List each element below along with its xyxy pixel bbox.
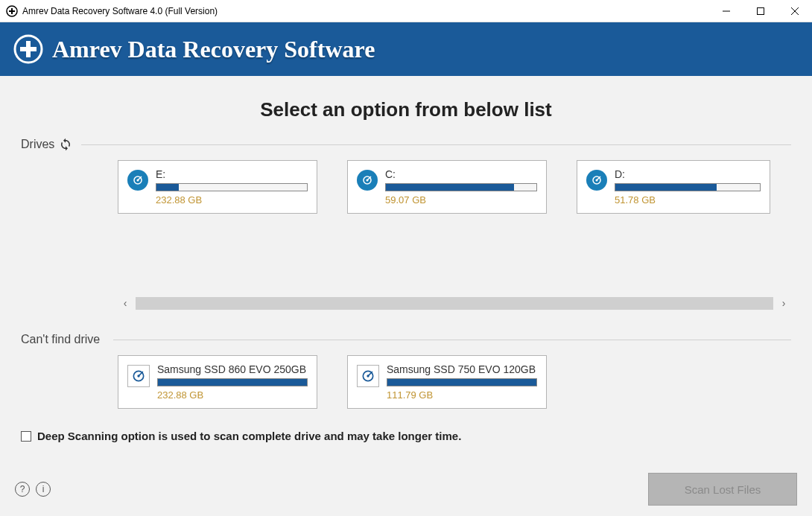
drive-name: E:	[156, 168, 308, 180]
drive-size: 51.78 GB	[615, 194, 761, 206]
drive-icon	[127, 170, 148, 191]
drive-card[interactable]: E: 232.88 GB	[118, 160, 317, 214]
drive-card[interactable]: D: 51.78 GB	[577, 160, 770, 214]
deep-scan-checkbox[interactable]	[21, 431, 31, 442]
close-button[interactable]	[778, 0, 812, 22]
drive-usage-bar	[157, 378, 308, 386]
drive-card[interactable]: C: 59.07 GB	[347, 160, 547, 214]
physical-drive-card[interactable]: Samsung SSD 750 EVO 120GB 111.79 GB	[347, 355, 547, 409]
scroll-left-button[interactable]: ‹	[118, 296, 133, 310]
svg-rect-9	[20, 47, 37, 51]
horizontal-scrollbar: ‹ ›	[21, 296, 791, 310]
drive-name: C:	[385, 168, 537, 180]
drive-name: Samsung SSD 860 EVO 250GB	[157, 363, 308, 375]
drive-usage-bar	[156, 183, 308, 191]
svg-rect-2	[9, 10, 15, 12]
footer: ? i Scan Lost Files	[15, 473, 797, 506]
drive-usage-bar	[387, 378, 537, 386]
cant-find-label: Can't find drive	[21, 333, 100, 346]
drives-label: Drives	[21, 138, 54, 151]
scroll-right-button[interactable]: ›	[776, 296, 791, 310]
divider	[81, 144, 791, 145]
drive-usage-bar	[615, 183, 761, 191]
drives-list: E: 232.88 GB C: 59.07 GB D: 51.78 GB	[21, 160, 791, 214]
disk-icon	[357, 365, 379, 387]
physical-drive-card[interactable]: Samsung SSD 860 EVO 250GB 232.88 GB	[118, 355, 317, 409]
titlebar: Amrev Data Recovery Software 4.0 (Full V…	[0, 0, 812, 22]
drive-icon	[357, 170, 378, 191]
scroll-track[interactable]	[136, 297, 773, 310]
window-controls	[709, 0, 812, 22]
drive-usage-bar	[385, 183, 537, 191]
drives-section-header: Drives	[21, 138, 791, 151]
app-title: Amrev Data Recovery Software	[52, 36, 375, 63]
drive-size: 111.79 GB	[387, 389, 537, 401]
disk-icon	[127, 365, 150, 387]
deep-scan-label: Deep Scanning option is used to scan com…	[37, 430, 461, 442]
logo-icon	[13, 34, 43, 64]
drive-size: 232.88 GB	[156, 194, 308, 206]
scan-lost-files-button[interactable]: Scan Lost Files	[648, 473, 797, 506]
drive-name: Samsung SSD 750 EVO 120GB	[387, 363, 537, 375]
minimize-button[interactable]	[709, 0, 743, 22]
page-heading: Select an option from below list	[21, 98, 791, 121]
refresh-icon[interactable]	[59, 138, 72, 151]
svg-rect-4	[758, 7, 764, 14]
app-banner: Amrev Data Recovery Software	[0, 22, 812, 76]
info-icon[interactable]: i	[36, 482, 51, 497]
drive-size: 59.07 GB	[385, 194, 537, 206]
deep-scan-row: Deep Scanning option is used to scan com…	[21, 430, 791, 442]
drive-size: 232.88 GB	[157, 389, 308, 401]
window-title: Amrev Data Recovery Software 4.0 (Full V…	[22, 6, 709, 16]
cant-find-section-header: Can't find drive	[21, 333, 791, 346]
main-content: Select an option from below list Drives …	[0, 76, 812, 516]
app-icon	[6, 5, 18, 17]
physical-drives-list: Samsung SSD 860 EVO 250GB 232.88 GB Sams…	[21, 355, 791, 409]
drive-name: D:	[615, 168, 761, 180]
help-icon[interactable]: ?	[15, 482, 30, 497]
divider	[113, 340, 791, 340]
drive-icon	[586, 170, 607, 191]
maximize-button[interactable]	[743, 0, 778, 22]
